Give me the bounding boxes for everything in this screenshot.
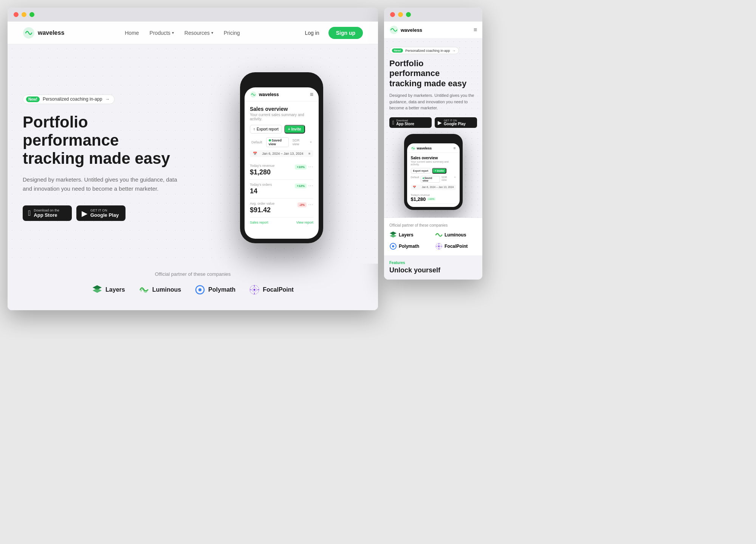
maximize-button[interactable] [29,12,34,17]
brand-name: waveless [38,30,64,36]
more-icon-2[interactable]: ⋯ [308,183,313,189]
luminous-label: Luminous [152,286,181,293]
more-icon-3[interactable]: ⋯ [308,202,313,208]
phone-tab-sdr[interactable]: SDR view [291,138,306,147]
brand[interactable]: waveless [23,27,64,39]
phone-menu-icon[interactable]: ≡ [310,91,313,98]
small-menu-icon[interactable]: ≡ [474,26,477,33]
phone-subtitle: Your current sales summary and activity. [250,113,313,121]
phone-footer-right[interactable]: View report [296,221,313,224]
main-browser-window: waveless Home Products ▾ Resources ▾ Pri… [8,8,378,310]
small-phone-tab-default[interactable]: Default [411,176,419,183]
phone-body: Sales overview Your current sales summar… [245,101,319,229]
svg-point-8 [254,289,256,291]
chevron-down-icon: ▾ [172,31,174,35]
layers-icon [92,284,102,295]
small-polymath-icon [389,242,397,250]
metric-avg-badge: -2% [297,202,307,207]
metric-orders-badge: +12% [295,183,307,188]
login-button[interactable]: Log in [301,28,324,38]
phone-screen: waveless ≡ Sales overview Your current s… [245,87,319,239]
small-phone-tab-sdr[interactable]: SDR view [442,176,453,183]
metric-avg-value: $91.42 [250,206,274,214]
small-phone-tab-saved[interactable]: Saved view [421,176,440,183]
small-brand-name: waveless [401,27,422,33]
small-close-button[interactable] [390,12,395,17]
small-phone-date-bar[interactable]: 📅 Jan 6, 2024 – Jan 13, 2024 [411,185,456,190]
close-button[interactable] [14,12,19,17]
phone-metric-avg: Avg. order value $91.42 -2% ⋯ [250,199,313,218]
main-titlebar [8,8,378,22]
nav-resources[interactable]: Resources ▾ [181,28,217,38]
nav-menu: Home Products ▾ Resources ▾ Pricing [121,28,243,38]
metric-avg-label: Avg. order value [250,202,274,205]
small-content: waveless ≡ New! Personalized coaching in… [384,22,482,280]
small-phone-invite-button[interactable]: + Invite [432,168,446,174]
focalpoint-icon [249,284,260,295]
small-maximize-button[interactable] [406,12,411,17]
nav-home[interactable]: Home [121,28,143,38]
phone-invite-button[interactable]: + Invite [284,125,305,134]
hero-subtitle: Designed by marketers. Untitled gives yo… [23,175,185,193]
phone-export-button[interactable]: ↑ Export report [250,125,282,134]
features-label: Features [389,261,477,265]
phone-title: Sales overview [250,106,313,112]
phone-date-bar[interactable]: 📅 Jan 6, 2024 – Jan 13, 2024 ≡ [250,150,313,157]
small-phone-tabs: Default Saved view SDR view + [411,176,456,183]
small-minimize-button[interactable] [398,12,403,17]
small-titlebar [384,8,482,22]
phone-footer: Sales report View report [250,218,313,224]
phone-mockup: waveless ≡ Sales overview Your current s… [240,72,323,243]
small-new-badge[interactable]: New! Personalized coaching in-app → [389,47,459,54]
svg-point-18 [392,245,394,247]
small-phone-mockup: waveless ≡ Sales overview Your current s… [404,134,463,210]
phone-tab-add[interactable]: + [308,140,313,145]
more-icon[interactable]: ⋯ [308,164,313,170]
signup-button[interactable]: Sign up [328,27,363,39]
small-google-play-button[interactable]: ▶ GET IT ON Google Play [435,117,477,128]
phone-footer-left[interactable]: Sales report [250,221,268,224]
nav-products[interactable]: Products ▾ [146,28,178,38]
small-metric-revenue-label: Today's revenue [411,194,456,196]
hero-title: Portfolio performance tracking made easy [23,113,185,168]
phone-brand-name: waveless [259,92,279,97]
small-app-store-button[interactable]:  Download App Store [389,117,432,128]
app-buttons:  Download on the App Store ▶ GET IT ON … [23,205,185,221]
main-content: waveless Home Products ▾ Resources ▾ Pri… [8,22,378,310]
minimize-button[interactable] [22,12,26,17]
google-play-button[interactable]: ▶ GET IT ON Google Play [76,205,125,221]
app-store-button[interactable]:  Download on the App Store [23,205,72,221]
small-phone-actions: Export report + Invite [411,168,456,174]
small-phone-brand-logo [411,146,415,151]
google-play-large-text: Google Play [90,212,119,218]
export-icon: ↑ [253,127,255,131]
small-phone-subtitle: Your current sales summary and activity. [411,160,456,166]
small-focalpoint-label: FocalPoint [445,244,468,249]
badge-text: Personalized coaching in-app [43,96,102,102]
partners-logos: Layers Luminous Polymath [23,284,363,295]
small-phone-body: Sales overview Your current sales summar… [407,153,460,207]
phone-tabs: Default Saved view SDR view + [250,137,313,147]
nav-pricing[interactable]: Pricing [220,28,244,38]
phone-tab-default[interactable]: Default [250,140,264,145]
small-browser-window: waveless ≡ New! Personalized coaching in… [384,8,482,280]
small-app-buttons:  Download App Store ▶ GET IT ON Google … [389,117,477,128]
phone-brand-logo [250,91,257,98]
small-hero-subtitle: Designed by marketers. Untitled gives yo… [389,92,477,111]
phone-tab-saved[interactable]: Saved view [266,137,289,147]
metric-orders-label: Today's orders [250,183,272,187]
new-badge[interactable]: New! Personalized coaching in-app → [23,95,115,104]
navbar-actions: Log in Sign up [301,27,363,39]
partner-polymath: Polymath [195,284,235,295]
small-phone-tab-add[interactable]: + [454,176,455,183]
luminous-icon [139,284,149,295]
small-phone-brand-name: waveless [417,146,432,150]
polymath-icon [195,284,205,295]
small-badge-text: Personalized coaching in-app [405,49,450,53]
small-brand[interactable]: waveless [389,25,422,34]
tab-dot-icon [269,139,271,141]
small-phone-export-button[interactable]: Export report [411,168,431,174]
partner-luminous: Luminous [139,284,181,295]
polymath-label: Polymath [208,286,235,293]
partners-title: Official partner of these companies [23,271,363,277]
